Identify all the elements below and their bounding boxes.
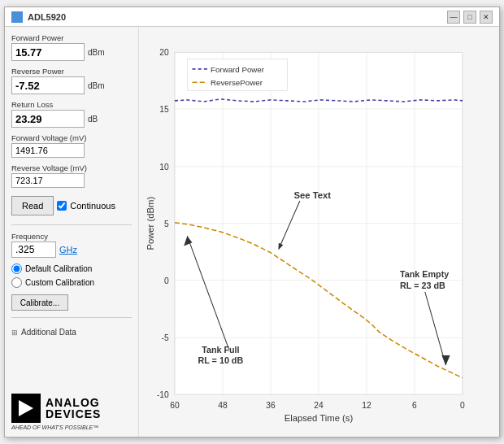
app-window: ADL5920 — □ ✕ Forward Power dBm Reverse … (4, 7, 500, 437)
frequency-row: GHz (11, 242, 132, 258)
forward-power-input[interactable] (11, 43, 85, 61)
return-loss-section: Return Loss dB (11, 100, 132, 130)
y-label-20: 20 (159, 48, 169, 57)
chart-area: 20 15 10 5 0 -5 -10 60 48 36 24 12 6 0 (139, 27, 499, 437)
default-cal-row: Default Calibration (11, 263, 132, 274)
x-label-0: 0 (460, 401, 465, 410)
return-loss-row: dB (11, 110, 132, 128)
see-text-annotation: See Text (293, 190, 331, 200)
reverse-power-input[interactable] (11, 76, 85, 94)
main-chart: 20 15 10 5 0 -5 -10 60 48 36 24 12 6 0 (146, 33, 496, 430)
read-row: Read Continuous (11, 196, 132, 215)
calibrate-button[interactable]: Calibrate... (11, 294, 68, 311)
custom-cal-label: Custom Calibration (25, 278, 94, 287)
left-panel: Forward Power dBm Reverse Power dBm Retu… (5, 27, 139, 437)
additional-section[interactable]: ⊞ Additional Data (11, 328, 132, 337)
separator-1 (11, 224, 132, 225)
chart-container: 20 15 10 5 0 -5 -10 60 48 36 24 12 6 0 (146, 33, 496, 430)
fwd-voltage-label: Forward Voltage (mV) (11, 133, 132, 142)
legend-fwd-label: Forward Power (211, 65, 265, 74)
logo-tagline: AHEAD OF WHAT'S POSSIBLE™ (11, 424, 98, 430)
forward-power-section: Forward Power dBm (11, 33, 132, 63)
custom-cal-row: Custom Calibration (11, 277, 132, 288)
app-icon (11, 11, 23, 23)
logo-box (11, 394, 41, 423)
x-label-60: 60 (170, 401, 180, 410)
y-label-5: 5 (164, 220, 169, 229)
tank-full-label2: RL = 10 dB (198, 355, 243, 365)
rev-voltage-section: Reverse Voltage (mV) (11, 163, 132, 188)
close-button[interactable]: ✕ (480, 11, 493, 24)
reverse-power-unit: dBm (88, 81, 105, 90)
frequency-input[interactable] (11, 242, 56, 258)
x-label-12: 12 (362, 401, 371, 410)
y-label-15: 15 (159, 105, 169, 114)
return-loss-input[interactable] (11, 110, 85, 128)
return-loss-unit: dB (88, 115, 98, 124)
main-content: Forward Power dBm Reverse Power dBm Retu… (5, 27, 499, 437)
expand-icon: ⊞ (11, 329, 18, 337)
legend-rev-label: ReversePower (211, 78, 263, 87)
forward-power-row: dBm (11, 43, 132, 61)
additional-label: Additional Data (21, 328, 76, 337)
tank-full-label1: Tank Full (202, 345, 239, 355)
fwd-voltage-section: Forward Voltage (mV) (11, 133, 132, 158)
logo-devices: DEVICES (46, 408, 101, 420)
reverse-power-section: Reverse Power dBm (11, 67, 132, 97)
continuous-row: Continuous (57, 201, 115, 211)
title-bar-left: ADL5920 (11, 11, 66, 23)
rev-voltage-label: Reverse Voltage (mV) (11, 163, 132, 172)
y-label-n5: -5 (162, 333, 169, 342)
tank-empty-label1: Tank Empty (400, 269, 449, 279)
reverse-power-row: dBm (11, 76, 132, 94)
minimize-button[interactable]: — (447, 11, 460, 24)
frequency-unit[interactable]: GHz (59, 245, 77, 255)
logo-text: ANALOG DEVICES (46, 397, 101, 420)
maximize-button[interactable]: □ (463, 11, 476, 24)
x-label-48: 48 (218, 401, 228, 410)
analog-devices-logo: ANALOG DEVICES (11, 394, 101, 423)
frequency-section: Frequency GHz (11, 232, 132, 260)
x-label-6: 6 (412, 401, 417, 410)
y-label-10: 10 (159, 163, 169, 172)
rev-voltage-input[interactable] (11, 173, 85, 188)
title-bar-controls: — □ ✕ (447, 11, 493, 24)
separator-2 (11, 317, 132, 318)
x-label-24: 24 (314, 401, 324, 410)
tank-empty-label2: RL = 23 dB (400, 281, 445, 290)
logo-area: ANALOG DEVICES AHEAD OF WHAT'S POSSIBLE™ (11, 387, 132, 430)
frequency-label: Frequency (11, 232, 132, 241)
reverse-power-label: Reverse Power (11, 67, 132, 76)
x-label-36: 36 (266, 401, 276, 410)
read-button[interactable]: Read (11, 196, 54, 215)
y-axis-label: Power (dBm) (146, 197, 155, 250)
fwd-voltage-input[interactable] (11, 143, 85, 158)
continuous-checkbox[interactable] (57, 201, 67, 211)
logo-analog: ANALOG (46, 397, 101, 408)
default-cal-label: Default Calibration (25, 264, 92, 273)
title-bar: ADL5920 — □ ✕ (5, 7, 499, 27)
custom-cal-radio[interactable] (11, 277, 22, 288)
default-cal-radio[interactable] (11, 263, 22, 274)
forward-power-label: Forward Power (11, 33, 132, 42)
window-title: ADL5920 (28, 12, 66, 22)
logo-triangle (19, 400, 33, 416)
return-loss-label: Return Loss (11, 100, 132, 109)
continuous-label: Continuous (70, 201, 115, 211)
y-label-0: 0 (164, 276, 169, 285)
forward-power-unit: dBm (88, 48, 105, 57)
x-axis-label: Elapsed Time (s) (285, 413, 354, 423)
y-label-n10: -10 (157, 390, 169, 399)
